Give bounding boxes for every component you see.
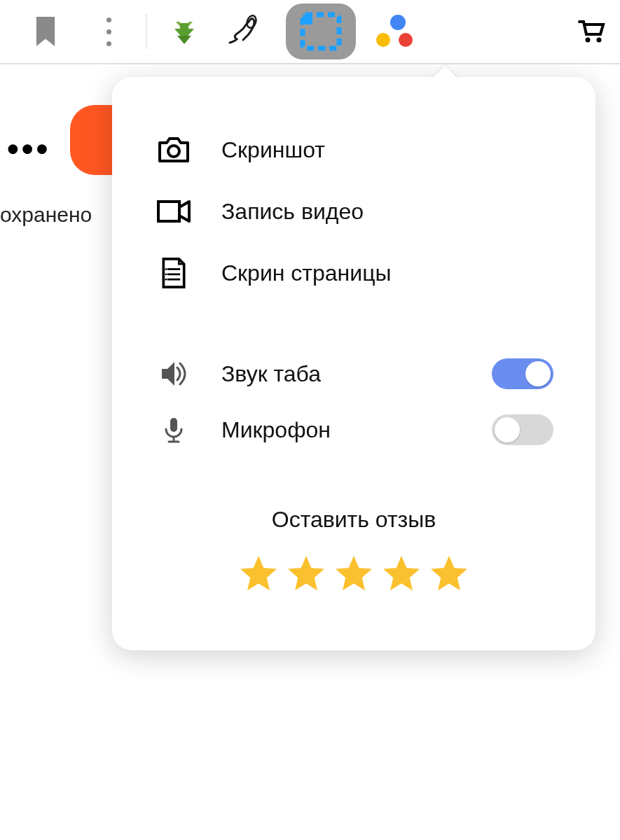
star-icon[interactable] (237, 552, 280, 594)
menu-item-pagescreen[interactable]: Скрин страницы (147, 242, 560, 304)
signature-extension-button[interactable] (216, 0, 279, 63)
kebab-menu-button[interactable] (77, 0, 140, 63)
toggle-row-tab-sound: Звук таба (147, 346, 560, 402)
cart-icon (578, 18, 606, 46)
document-list-icon (157, 258, 191, 288)
screenshot-extension-active-bg (286, 4, 356, 59)
svg-point-4 (597, 38, 602, 43)
screenshot-extension-icon (300, 12, 342, 51)
menu-item-screenshot[interactable]: Скриншот (147, 119, 560, 181)
camera-icon (157, 134, 191, 165)
bookmark-button[interactable] (14, 0, 77, 63)
svg-point-12 (165, 279, 167, 281)
background-ellipsis: ••• (7, 130, 50, 168)
svg-point-5 (168, 146, 179, 157)
menu-item-label: Скрин страницы (221, 260, 553, 286)
svg-point-0 (245, 15, 257, 29)
svg-point-10 (165, 268, 167, 270)
star-icon[interactable] (380, 552, 422, 594)
menu-item-video[interactable]: Запись видео (147, 181, 560, 242)
star-icon[interactable] (333, 552, 375, 594)
colored-dots-extension-icon (375, 15, 414, 48)
kebab-menu-icon (106, 18, 111, 46)
menu-item-label: Скриншот (221, 137, 553, 163)
background-partial-text: охранено (0, 203, 92, 227)
video-camera-icon (157, 196, 191, 227)
star-icon[interactable] (285, 552, 327, 594)
toggle-label: Микрофон (221, 417, 464, 443)
signature-icon (226, 15, 268, 48)
toggle-tab-sound[interactable] (492, 358, 553, 389)
download-extension-button[interactable] (153, 0, 216, 63)
svg-rect-6 (158, 202, 179, 221)
extension-popup: Скриншот Запись видео Скрин страницы (112, 77, 595, 650)
svg-point-11 (165, 273, 167, 275)
browser-toolbar (0, 0, 620, 64)
dots-extension-button[interactable] (363, 0, 426, 63)
download-icon (167, 15, 201, 48)
screenshot-extension-button[interactable] (279, 0, 363, 63)
feedback-section: Оставить отзыв (147, 507, 560, 594)
toggle-microphone[interactable] (492, 414, 553, 445)
feedback-title: Оставить отзыв (147, 507, 560, 533)
bookmark-icon (34, 17, 57, 46)
microphone-icon (159, 415, 188, 444)
toolbar-separator (146, 14, 147, 49)
speaker-icon (159, 359, 188, 388)
toggle-row-microphone: Микрофон (147, 402, 560, 458)
toggle-label: Звук таба (221, 361, 464, 387)
menu-item-label: Запись видео (221, 199, 553, 225)
cart-button[interactable] (578, 0, 606, 63)
svg-point-3 (586, 38, 591, 43)
star-icon[interactable] (428, 552, 470, 594)
svg-rect-2 (303, 15, 312, 24)
svg-rect-13 (170, 418, 177, 432)
rating-stars[interactable] (147, 552, 560, 594)
